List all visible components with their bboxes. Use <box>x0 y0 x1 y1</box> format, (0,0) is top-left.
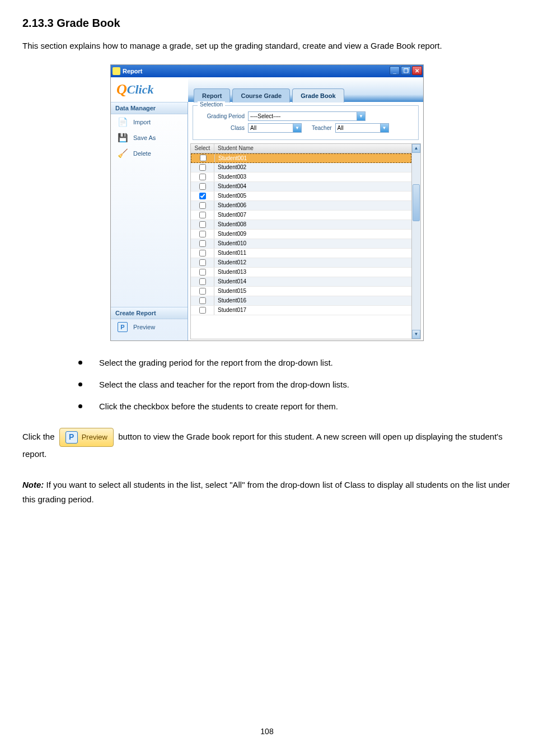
row-checkbox[interactable] <box>199 307 206 314</box>
preview-button-label: Preview <box>82 431 107 444</box>
list-item: Select the grading period for the report… <box>78 358 512 367</box>
student-name: Student016 <box>214 297 411 304</box>
preview-icon: P <box>115 321 130 333</box>
bullet-text: Select the class and teacher for the rep… <box>99 380 349 389</box>
class-label: Class <box>199 125 245 131</box>
logo-mark: Q <box>116 81 127 98</box>
table-row[interactable]: Student011 <box>191 249 411 258</box>
student-name: Student017 <box>214 307 411 313</box>
table-row[interactable]: Student014 <box>191 277 411 287</box>
student-name: Student013 <box>214 269 411 275</box>
row-checkbox[interactable] <box>199 231 206 237</box>
minimize-button[interactable]: _ <box>390 66 400 75</box>
row-checkbox[interactable] <box>199 221 206 228</box>
table-row[interactable]: Student009 <box>191 230 411 239</box>
table-row[interactable]: Student016 <box>191 296 411 306</box>
note-paragraph: Note: If you want to select all students… <box>22 478 512 506</box>
import-icon: 📄 <box>115 116 130 128</box>
chevron-down-icon: ▼ <box>293 124 301 132</box>
sidebar-item-label: Delete <box>133 150 151 157</box>
student-name: Student001 <box>215 155 411 161</box>
table-row[interactable]: Student008 <box>191 220 411 230</box>
teacher-label: Teacher <box>312 125 332 131</box>
student-name: Student008 <box>214 221 411 227</box>
scrollbar[interactable]: ▲ ▼ <box>411 144 420 339</box>
scroll-track[interactable] <box>412 153 420 330</box>
table-row[interactable]: Student002 <box>191 163 411 172</box>
row-checkbox[interactable] <box>199 297 206 304</box>
student-name: Student011 <box>214 250 411 256</box>
delete-icon: 🧹 <box>115 147 130 160</box>
sidebar-item-import[interactable]: 📄 Import <box>111 114 188 130</box>
page-number: 108 <box>260 727 273 736</box>
bullet-text: Select the grading period for the report… <box>99 358 333 367</box>
window-titlebar[interactable]: Report _ ❐ ✕ <box>111 65 423 77</box>
table-row[interactable]: Student003 <box>191 172 411 182</box>
table-row[interactable]: Student005 <box>191 192 411 201</box>
col-select-header: Select <box>191 144 214 153</box>
row-checkbox[interactable] <box>199 164 206 171</box>
class-value: All <box>250 125 256 131</box>
table-row[interactable]: Student010 <box>191 239 411 249</box>
table-row[interactable]: Student012 <box>191 258 411 268</box>
grading-period-dropdown[interactable]: ----Select---- ▼ <box>248 111 366 121</box>
bullet-icon <box>78 361 82 365</box>
tab-report[interactable]: Report <box>194 88 230 102</box>
row-checkbox[interactable] <box>199 288 206 295</box>
scroll-thumb[interactable] <box>413 184 420 221</box>
preview-button[interactable]: P Preview <box>59 428 114 447</box>
teacher-value: All <box>338 125 344 131</box>
table-row[interactable]: Student013 <box>191 268 411 277</box>
row-checkbox[interactable] <box>199 183 206 190</box>
table-row[interactable]: Student017 <box>191 306 411 315</box>
row-checkbox[interactable] <box>199 259 206 266</box>
preview-paragraph: Click the P Preview button to view the G… <box>22 428 512 461</box>
sidebar-section-data-manager[interactable]: Data Manager <box>111 102 188 114</box>
sidebar-section-create-report[interactable]: Create Report <box>111 307 188 319</box>
row-checkbox[interactable] <box>199 202 206 209</box>
table-row[interactable]: Student004 <box>191 182 411 192</box>
row-checkbox[interactable] <box>200 155 207 161</box>
table-row[interactable]: Student007 <box>191 211 411 220</box>
tab-grade-book[interactable]: Grade Book <box>292 88 344 102</box>
scroll-down-icon[interactable]: ▼ <box>412 330 420 339</box>
table-row[interactable]: Student015 <box>191 287 411 296</box>
sidebar-item-saveas[interactable]: 💾 Save As <box>111 130 188 146</box>
col-name-header: Student Name <box>214 145 411 151</box>
maximize-button[interactable]: ❐ <box>401 66 411 75</box>
row-checkbox[interactable] <box>199 269 206 276</box>
bullet-icon <box>78 382 82 386</box>
student-name: Student014 <box>214 278 411 284</box>
grading-period-value: ----Select---- <box>250 113 280 119</box>
row-checkbox[interactable] <box>199 240 206 247</box>
student-name: Student004 <box>214 183 411 189</box>
student-name: Student002 <box>214 164 411 170</box>
scroll-up-icon[interactable]: ▲ <box>412 144 420 153</box>
row-checkbox[interactable] <box>199 278 206 285</box>
sidebar-item-preview[interactable]: P Preview <box>111 319 188 335</box>
table-row[interactable]: Student001 <box>191 153 411 163</box>
row-checkbox[interactable] <box>199 212 206 218</box>
list-item: Select the class and teacher for the rep… <box>78 380 512 389</box>
row-checkbox[interactable] <box>199 250 206 256</box>
close-button[interactable]: ✕ <box>412 66 422 75</box>
bullet-list: Select the grading period for the report… <box>78 358 512 411</box>
grading-period-label: Grading Period <box>199 113 245 119</box>
student-name: Student003 <box>214 174 411 180</box>
student-name: Student012 <box>214 259 411 265</box>
preview-p-icon: P <box>65 431 78 444</box>
window-title: Report <box>123 68 142 74</box>
class-dropdown[interactable]: All ▼ <box>248 123 302 133</box>
row-checkbox[interactable] <box>199 174 206 180</box>
sidebar-item-delete[interactable]: 🧹 Delete <box>111 146 188 161</box>
note-label: Note: <box>22 480 44 489</box>
tab-course-grade[interactable]: Course Grade <box>232 88 290 102</box>
section-heading: 2.13.3 Grade Book <box>22 17 512 30</box>
sidebar-item-label: Import <box>133 119 151 125</box>
student-table: SelectStudent NameStudent001Student002St… <box>190 143 421 339</box>
row-checkbox[interactable] <box>199 193 206 199</box>
teacher-dropdown[interactable]: All ▼ <box>335 123 389 133</box>
student-name: Student015 <box>214 288 411 294</box>
table-row[interactable]: Student006 <box>191 201 411 211</box>
student-name: Student007 <box>214 212 411 218</box>
